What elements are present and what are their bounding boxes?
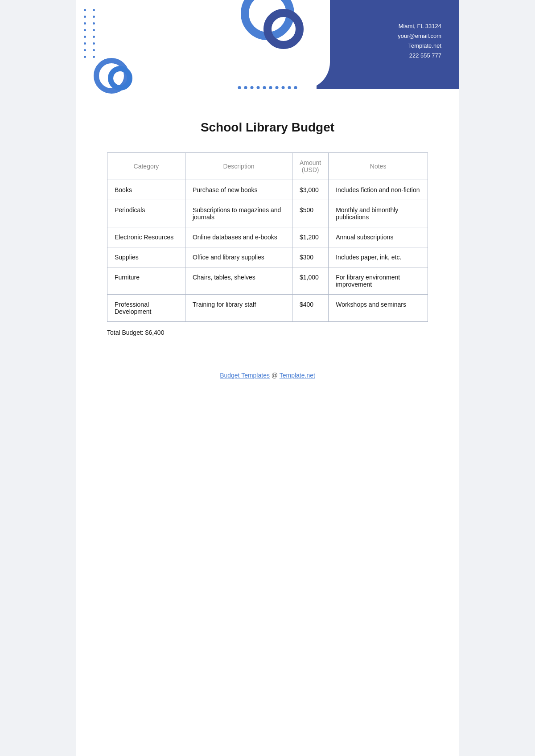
col-header-notes: Notes — [329, 153, 428, 180]
dots-bottom-decoration — [238, 86, 297, 89]
table-row: Electronic Resources Online databases an… — [107, 227, 428, 247]
header: Miami, FL 33124 your@email.com Template.… — [76, 0, 459, 98]
table-row: Books Purchase of new books $3,000 Inclu… — [107, 180, 428, 200]
dots-left-decoration — [84, 9, 97, 58]
col-header-description: Description — [185, 153, 292, 180]
template-net-link[interactable]: Template.net — [280, 372, 315, 379]
table-row: Furniture Chairs, tables, shelves $1,000… — [107, 267, 428, 295]
cell-description: Training for library staff — [185, 295, 292, 322]
cell-amount: $500 — [292, 200, 328, 227]
cell-category: Furniture — [107, 267, 185, 295]
table-row: Supplies Office and library supplies $30… — [107, 247, 428, 267]
circle-overlap-icon — [263, 9, 304, 49]
page-container: Miami, FL 33124 your@email.com Template.… — [76, 0, 459, 756]
cell-notes: Workshops and seminars — [329, 295, 428, 322]
cell-notes: Includes fiction and non-fiction — [329, 180, 428, 200]
col-header-category: Category — [107, 153, 185, 180]
page-title: School Library Budget — [76, 120, 459, 135]
budget-table: Category Description Amount(USD) Notes B… — [107, 152, 428, 322]
contact-website: Template.net — [398, 41, 441, 51]
contact-email: your@email.com — [398, 31, 441, 41]
budget-templates-link[interactable]: Budget Templates — [220, 372, 270, 379]
contact-phone: 222 555 777 — [398, 51, 441, 61]
footer-links: Budget Templates @ Template.net — [76, 372, 459, 379]
cell-description: Online databases and e-books — [185, 227, 292, 247]
table-row: Professional Development Training for li… — [107, 295, 428, 322]
cell-notes: Annual subscriptions — [329, 227, 428, 247]
cell-description: Subscriptions to magazines and journals — [185, 200, 292, 227]
circle-small-inner-icon — [108, 66, 132, 90]
col-header-amount: Amount(USD) — [292, 153, 328, 180]
cell-category: Professional Development — [107, 295, 185, 322]
total-budget: Total Budget: $6,400 — [107, 329, 428, 336]
cell-notes: Monthly and bimonthly publications — [329, 200, 428, 227]
cell-amount: $400 — [292, 295, 328, 322]
cell-category: Electronic Resources — [107, 227, 185, 247]
cell-category: Periodicals — [107, 200, 185, 227]
table-header-row: Category Description Amount(USD) Notes — [107, 153, 428, 180]
cell-category: Supplies — [107, 247, 185, 267]
cell-amount: $1,200 — [292, 227, 328, 247]
cell-amount: $300 — [292, 247, 328, 267]
cell-description: Purchase of new books — [185, 180, 292, 200]
table-row: Periodicals Subscriptions to magazines a… — [107, 200, 428, 227]
cell-description: Office and library supplies — [185, 247, 292, 267]
contact-info: Miami, FL 33124 your@email.com Template.… — [398, 21, 441, 61]
cell-amount: $3,000 — [292, 180, 328, 200]
cell-category: Books — [107, 180, 185, 200]
cell-notes: For library environment improvement — [329, 267, 428, 295]
cell-amount: $1,000 — [292, 267, 328, 295]
footer-separator: @ — [272, 372, 280, 379]
contact-address: Miami, FL 33124 — [398, 21, 441, 31]
cell-description: Chairs, tables, shelves — [185, 267, 292, 295]
cell-notes: Includes paper, ink, etc. — [329, 247, 428, 267]
